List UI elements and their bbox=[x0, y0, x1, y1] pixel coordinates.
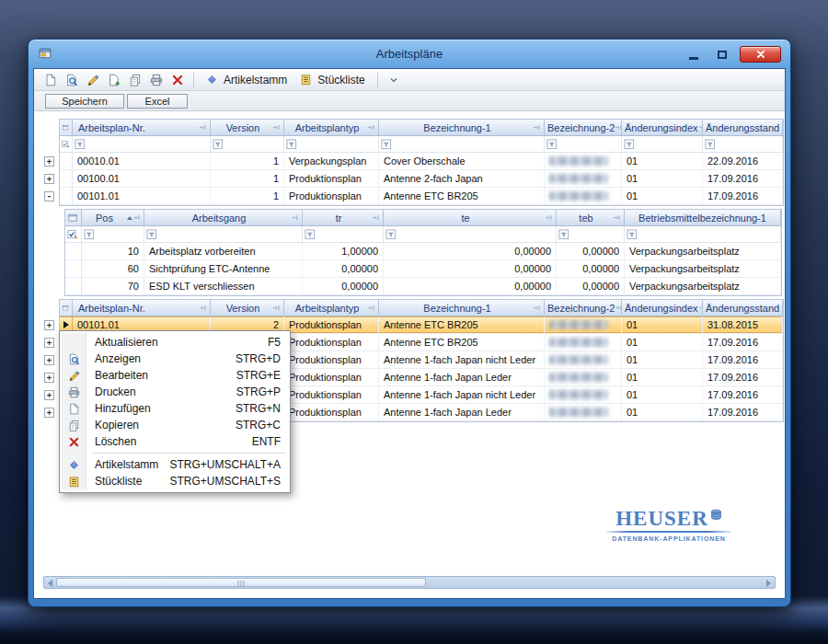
column-header-aenderungsstand[interactable]: Änderungsstand bbox=[703, 120, 783, 135]
filter-button[interactable] bbox=[557, 226, 625, 242]
cell-te: 0,00000 bbox=[384, 243, 557, 259]
cell-bez2 bbox=[545, 153, 622, 169]
toolbar-options-button[interactable] bbox=[385, 71, 404, 89]
titlebar[interactable]: Arbeitspläne bbox=[29, 40, 790, 68]
column-header-betriebsmittel[interactable]: Betriebsmittelbezeichnung-1 bbox=[625, 210, 781, 225]
menu-item-anzeigen[interactable]: Anzeigen STRG+D bbox=[61, 351, 289, 367]
menu-item-artikelstamm[interactable]: Artikelstamm STRG+UMSCHALT+A bbox=[61, 456, 289, 473]
expand-button[interactable]: + bbox=[44, 373, 54, 383]
column-header-bezeichnung-2[interactable]: Bezeichnung-2 bbox=[545, 120, 622, 135]
filter-button[interactable] bbox=[384, 226, 557, 242]
expand-button[interactable]: + bbox=[44, 390, 54, 400]
column-header-pos[interactable]: Pos bbox=[82, 210, 144, 225]
column-header-arbeitsplantyp[interactable]: Arbeitsplantyp bbox=[284, 300, 379, 316]
menu-item-drucken[interactable]: Drucken STRG+P bbox=[61, 384, 289, 400]
filter-button[interactable] bbox=[625, 226, 781, 242]
row-indicator bbox=[60, 170, 73, 187]
column-header-tr[interactable]: tr bbox=[303, 210, 384, 225]
grid-select-all[interactable] bbox=[60, 120, 73, 135]
expand-button[interactable]: + bbox=[44, 408, 54, 418]
add-button[interactable] bbox=[104, 71, 123, 89]
cell-index: 01 bbox=[622, 316, 703, 333]
expand-button[interactable]: + bbox=[44, 174, 54, 184]
save-button[interactable]: Speichern bbox=[45, 94, 124, 109]
column-header-arbeitsplan-nr[interactable]: Arbeitsplan-Nr. bbox=[73, 300, 211, 316]
menu-item-stueckliste[interactable]: Stückliste STRG+UMSCHALT+S bbox=[61, 473, 289, 489]
column-header-aenderungsstand[interactable]: Änderungsstand bbox=[703, 300, 783, 316]
copy-button[interactable] bbox=[125, 71, 144, 89]
action-bar: Speichern Excel bbox=[34, 91, 785, 111]
cell-bez1: Antenne 1-fach Japan nicht Leder bbox=[379, 351, 545, 368]
column-header-teb[interactable]: teb bbox=[557, 210, 625, 225]
grid-select-all[interactable] bbox=[65, 210, 82, 225]
column-header-arbeitsgang[interactable]: Arbeitsgang bbox=[144, 210, 303, 225]
scrollbar-thumb[interactable] bbox=[56, 578, 426, 587]
table-row[interactable]: 00100.01 1 Produktionsplan Antenne 2-fac… bbox=[60, 170, 783, 188]
filter-button[interactable] bbox=[545, 136, 622, 152]
row-indicator bbox=[60, 153, 73, 169]
expand-button[interactable]: + bbox=[44, 320, 54, 330]
column-header-version[interactable]: Version bbox=[211, 300, 284, 316]
stueckliste-button[interactable]: Stückliste bbox=[294, 71, 370, 89]
close-icon bbox=[755, 49, 766, 60]
toolbar-separator bbox=[193, 73, 194, 87]
print-button[interactable] bbox=[146, 71, 166, 89]
menu-item-loeschen[interactable]: Löschen ENTF bbox=[61, 433, 289, 450]
cell-teb: 0,00000 bbox=[557, 260, 625, 277]
close-button[interactable] bbox=[740, 46, 781, 63]
column-header-bezeichnung-2[interactable]: Bezeichnung-2 bbox=[545, 300, 622, 316]
column-header-te[interactable]: te bbox=[384, 210, 557, 225]
column-header-arbeitsplantyp[interactable]: Arbeitsplantyp bbox=[284, 120, 379, 135]
filter-button[interactable] bbox=[622, 136, 703, 152]
column-header-bezeichnung-1[interactable]: Bezeichnung-1 bbox=[379, 120, 545, 135]
column-header-arbeitsplan-nr[interactable]: Arbeitsplan-Nr. bbox=[73, 120, 211, 135]
cell-version: 1 bbox=[211, 153, 284, 169]
redacted-text bbox=[549, 191, 608, 201]
menu-item-bearbeiten[interactable]: Bearbeiten STRG+E bbox=[61, 367, 289, 384]
cell-bez2 bbox=[545, 386, 622, 403]
filter-button[interactable] bbox=[379, 136, 545, 152]
table-row[interactable]: 70 ESD KLT verschliessen 0,00000 0,00000… bbox=[65, 278, 781, 295]
view-button[interactable] bbox=[62, 71, 81, 89]
filter-button[interactable] bbox=[73, 136, 211, 152]
expand-button[interactable]: + bbox=[44, 355, 54, 365]
column-header-aenderungsindex[interactable]: Änderungsindex bbox=[622, 120, 703, 135]
filter-button[interactable] bbox=[303, 226, 384, 242]
filter-button[interactable] bbox=[211, 136, 284, 152]
collapse-button[interactable]: - bbox=[44, 191, 54, 201]
edit-icon bbox=[86, 74, 99, 86]
artikelstamm-button[interactable]: Artikelstamm bbox=[201, 71, 293, 89]
filter-button[interactable] bbox=[284, 136, 379, 152]
expand-button[interactable]: + bbox=[44, 338, 54, 348]
column-header-bezeichnung-1[interactable]: Bezeichnung-1 bbox=[379, 300, 545, 316]
table-row[interactable]: 60 Sichtprüfung ETC-Antenne 0,00000 0,00… bbox=[65, 260, 781, 278]
excel-button[interactable]: Excel bbox=[127, 94, 188, 109]
column-header-aenderungsindex[interactable]: Änderungsindex bbox=[622, 300, 703, 316]
scroll-left-icon[interactable] bbox=[48, 580, 52, 587]
row-indicator bbox=[65, 243, 82, 259]
filter-edit-cell[interactable] bbox=[60, 136, 73, 152]
horizontal-scrollbar[interactable] bbox=[43, 576, 776, 589]
redacted-text bbox=[549, 408, 608, 417]
filter-button[interactable] bbox=[82, 226, 144, 242]
delete-button[interactable] bbox=[167, 71, 187, 89]
table-row[interactable]: 10 Arbeitsplatz vorbereiten 1,00000 0,00… bbox=[65, 243, 781, 260]
menu-item-kopieren[interactable]: Kopieren STRG+C bbox=[61, 417, 289, 433]
grid-select-all[interactable] bbox=[60, 300, 73, 316]
cell-stand: 17.09.2016 bbox=[703, 170, 783, 187]
menu-item-hinzufuegen[interactable]: Hinzufügen STRG+N bbox=[61, 400, 289, 417]
minimize-button[interactable] bbox=[683, 47, 705, 63]
table-row[interactable]: 00101.01 1 Produktionsplan Antenne ETC B… bbox=[60, 188, 783, 205]
edit-button[interactable] bbox=[83, 71, 102, 89]
menu-item-aktualisieren[interactable]: Aktualisieren F5 bbox=[61, 334, 289, 351]
column-header-version[interactable]: Version bbox=[211, 120, 284, 135]
cell-bez1: Antenne ETC BR205 bbox=[379, 334, 545, 351]
filter-button[interactable] bbox=[703, 136, 783, 152]
filter-button[interactable] bbox=[144, 226, 303, 242]
scroll-right-icon[interactable] bbox=[766, 580, 771, 587]
new-button[interactable] bbox=[40, 71, 60, 89]
filter-edit-cell[interactable] bbox=[65, 226, 82, 242]
table-row[interactable]: 00010.01 1 Verpackungsplan Cover Obersch… bbox=[60, 153, 783, 170]
maximize-button[interactable] bbox=[711, 47, 733, 63]
expand-button[interactable]: + bbox=[44, 156, 54, 167]
